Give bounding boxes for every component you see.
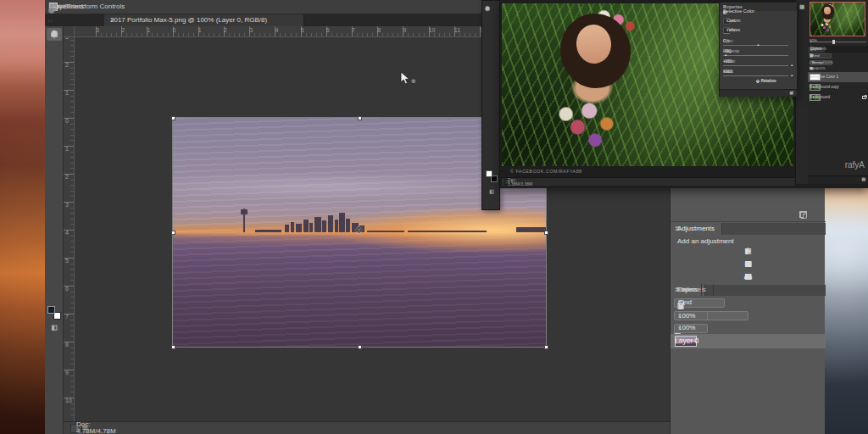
transform-handle-middle-right[interactable] [544, 231, 548, 235]
ruler-number: 8 [65, 342, 69, 348]
3d-scale-icon[interactable]: ◉ [48, 7, 55, 14]
ruler-number: 8 [377, 27, 381, 33]
colors-value: Yellows [726, 29, 740, 33]
ruler-number: 6 [326, 27, 330, 33]
transform-handle-bottom-right[interactable] [544, 345, 548, 349]
vertical-ruler[interactable]: 321012345678910 [64, 37, 75, 421]
preset-dropdown[interactable]: Custom ▾ [723, 18, 730, 25]
chevron-down-icon: ▾ [726, 19, 728, 23]
ruler-number: 3 [249, 27, 253, 33]
lock-row: Lock: ▦✎✥❏ Fill: 100% ▾ [670, 323, 826, 333]
opacity-value: 100% [678, 313, 695, 320]
fill-value: 100% [678, 325, 695, 331]
layer-row[interactable]: ◉ Selective Color 1 [808, 72, 868, 82]
chevron-down-icon: ▾ [678, 326, 681, 331]
ruler-corner[interactable] [64, 26, 75, 37]
ruler-number: 5 [301, 27, 304, 33]
overlay-lock-row: Lock: ▦ ✎ ✥ Fill: 100% [808, 66, 868, 72]
panel-menu-icon[interactable]: ≣ [670, 287, 685, 296]
ruler-number: 3 [96, 27, 99, 33]
status-popup-arrow-icon[interactable]: › [508, 180, 509, 184]
overlay-layers-footer-icons: ∞fx◧◉❏⊞▯ [808, 175, 868, 184]
adjustments-panel-icon[interactable]: ◐ [800, 4, 804, 9]
status-popup-arrow-icon[interactable]: › [76, 426, 78, 431]
slider-track[interactable]: ▲ [723, 75, 793, 77]
colors-dropdown[interactable]: Yellows ▾ [723, 27, 730, 34]
overlay-fill-value[interactable]: Fill: 100% [810, 67, 826, 70]
transform-handle-middle-left[interactable] [171, 231, 175, 235]
filter-smart-objects-icon[interactable]: ◎ [677, 303, 683, 310]
slider-track[interactable]: ▲ [723, 54, 793, 57]
zoom-mini-tool[interactable]: ○ [483, 3, 492, 13]
document-size-value: Doc: 4,78M/4,78M [76, 421, 116, 434]
document-tab[interactable]: × 2017 Portfolio Max-5.png @ 100% (Layer… [104, 14, 304, 26]
document-size-field[interactable]: Doc: 4,78M/4,78M › [70, 424, 82, 433]
layer-name: Background copy [810, 86, 839, 90]
slider-track[interactable]: ▲ [723, 64, 793, 67]
ruler-number: 1 [65, 90, 69, 96]
ruler-number: 1 [147, 27, 150, 33]
ruler-number: 4 [275, 27, 278, 33]
properties-panel-footer: ◧◉↺⊙▯ [720, 89, 797, 97]
gradient-map-icon[interactable]: ▬ [743, 273, 754, 281]
overlay-panel-column: 60% ▲ ▲ Layers Channels Paths ≣ Kind ▾ [808, 0, 868, 184]
slider-thumb[interactable]: ▲ [757, 43, 760, 47]
absolute-radio[interactable]: Absolute [756, 80, 761, 85]
layer-name: Layer 0 [675, 337, 698, 345]
delete-layer-icon[interactable]: ▯ [863, 178, 865, 182]
overlay-opacity-value[interactable]: Opacity: 100% [810, 61, 833, 64]
overlay-foreground-background-swatches[interactable] [486, 170, 498, 182]
zoom-in-icon[interactable]: ▲ [810, 40, 813, 43]
percent-sign: % [726, 70, 729, 75]
foreground-background-swatches[interactable] [47, 306, 61, 320]
ruler-number: 10 [429, 27, 436, 33]
delete-adjustment-icon[interactable]: ▯ [791, 92, 793, 96]
screen-mode-icon[interactable]: ❏ [51, 325, 57, 331]
overlay-document-size-field[interactable]: Doc: 3,38M/3,38M › [504, 179, 511, 185]
overlay-toolbar: ✥▭◌✦┼✐✚✎♜↺▱▥♦○✒T▻□☟○ ◧ ❏ [481, 0, 500, 210]
layer-filter-row: Kind ▾ ▣◑T❏◎ [670, 297, 826, 309]
properties-floating-panel: Properties ≣ ◧ ▧ Selective Color Preset:… [719, 2, 798, 97]
opacity-dropdown[interactable]: 100% ▾ [674, 311, 708, 320]
mouse-cursor-icon [400, 71, 410, 85]
ruler-number: 9 [403, 27, 406, 33]
ruler-number: 5 [65, 258, 69, 264]
slider-track[interactable]: ▲ [723, 44, 793, 47]
filter-shape-layers-icon[interactable]: ❏ [810, 54, 813, 58]
transform-handle-bottom-left[interactable] [171, 345, 175, 349]
ruler-number: 0 [65, 118, 69, 124]
layer-row-layer0[interactable]: Layer 0 [670, 334, 826, 348]
chevron-down-icon: ▾ [678, 314, 681, 319]
edit-toolbar-tool[interactable]: … [47, 28, 62, 41]
ruler-number: 3 [65, 37, 69, 40]
ruler-number: 6 [65, 286, 69, 292]
ruler-number: 1 [198, 27, 202, 33]
add-adjustment-label: Add an adjustment [677, 238, 734, 245]
layer-name: Background [810, 96, 830, 100]
vibrance-icon[interactable]: ▽ [743, 248, 754, 255]
slider-thumb[interactable]: ▲ [724, 53, 727, 57]
navigator-thumbnail[interactable] [810, 2, 865, 36]
move-cursor-icon: ✥ [355, 226, 362, 235]
slider-thumb[interactable]: ▲ [790, 74, 793, 77]
foreground-color-swatch[interactable] [47, 306, 55, 314]
cursor-modifier-icon: ⊕ [411, 78, 416, 84]
screen-mode-icon[interactable]: ❏ [489, 189, 493, 194]
layer-row[interactable]: ◉ Background [808, 92, 868, 103]
layer-row[interactable]: ◉ Background copy [808, 82, 868, 92]
navigator-zoom-slider[interactable] [810, 42, 866, 42]
document-tab-title: 2017 Portfolio Max-5.png @ 100% (Layer 0… [110, 17, 267, 24]
foreground-color-swatch[interactable] [486, 170, 492, 177]
slider-thumb[interactable]: ▲ [790, 64, 793, 67]
fill-dropdown[interactable]: 100% ▾ [674, 324, 708, 333]
preset-value: Custom [726, 19, 741, 24]
color-lookup-icon[interactable]: ▦ [743, 260, 754, 268]
overlay-document-size-value: Doc: 3,38M/3,38M [508, 178, 532, 186]
transform-handle-top-left[interactable] [171, 116, 175, 120]
layers-panel-tabs: Layers Channels Paths ≣ [670, 285, 826, 296]
panel-dock: Properties Adjustments ≣ Add an adjustme… [670, 181, 825, 434]
ruler-number: 2 [65, 62, 69, 68]
transform-handle-top-center[interactable] [358, 116, 362, 120]
transform-handle-bottom-center[interactable] [358, 345, 362, 349]
panel-menu-icon[interactable]: ≣ [670, 225, 685, 235]
